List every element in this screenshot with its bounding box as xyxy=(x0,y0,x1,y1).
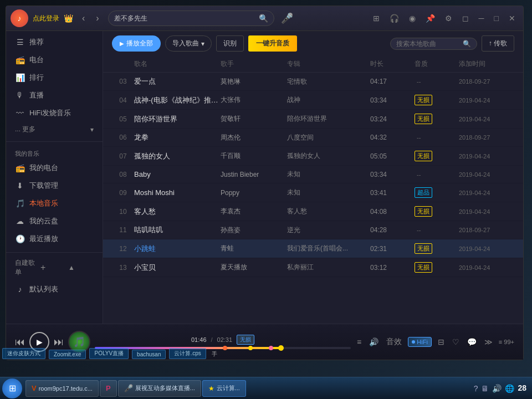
taskbar-item-room9[interactable]: V room9pc17.tedu.c... xyxy=(25,380,99,397)
table-row[interactable]: 04 战神-(电影《战神纪》推广... 大张伟 战神 03:34 无损 2019… xyxy=(103,91,523,110)
taskbar-clock[interactable]: 28 xyxy=(518,383,526,394)
more-options-button[interactable]: ≫ xyxy=(483,336,494,348)
song-duration: 04:17 xyxy=(370,78,415,85)
song-artist: 大张伟 xyxy=(221,95,287,105)
forward-button[interactable]: › xyxy=(91,11,103,25)
pin-icon[interactable]: 📌 xyxy=(422,13,438,24)
song-album: 战神 xyxy=(287,95,370,105)
upload-button[interactable]: ↑ 传歌 xyxy=(482,35,514,52)
sidebar-item-live[interactable]: 🎙 直播 xyxy=(6,86,103,104)
table-row[interactable]: 11 咕叽咕叽 孙燕姿 逆光 04:28 -- 2018-09-27 xyxy=(103,221,523,239)
tray-question-icon[interactable]: ? xyxy=(474,384,478,393)
table-row[interactable]: 07 孤独的女人 千百顺 孤独的女人 05:05 无损 2019-04-24 xyxy=(103,147,523,166)
song-artist: 莫艳琳 xyxy=(221,77,287,86)
upgrade-button[interactable]: 一键升音质 xyxy=(248,35,297,52)
song-duration: 03:24 xyxy=(370,115,415,123)
song-duration: 03:41 xyxy=(370,189,415,197)
playlist-header: 自建歌单 + ▲ xyxy=(6,255,103,280)
download-icon: ⬇ xyxy=(15,181,25,190)
minimize-button[interactable]: ─ xyxy=(475,13,488,24)
song-number: 12 xyxy=(112,245,134,253)
add-playlist-button[interactable]: + xyxy=(40,263,66,273)
sidebar-item-rank[interactable]: 📊 排行 xyxy=(6,69,103,86)
table-row[interactable]: 10 客人愁 李袁杰 客人愁 04:08 无损 2019-04-24 xyxy=(103,202,523,221)
upload-icon: ↑ xyxy=(489,39,492,47)
login-button[interactable]: 点此登录 xyxy=(33,14,59,23)
tray-sound-icon[interactable]: 🔊 xyxy=(492,384,502,393)
taskbar-item-p[interactable]: P xyxy=(100,380,117,397)
playlist-icon: ♪ xyxy=(15,285,25,294)
song-duration: 03:34 xyxy=(370,171,415,178)
tray-monitor-icon[interactable]: 🖥 xyxy=(481,384,489,393)
sidebar-item-more[interactable]: ... 更多 ▾ xyxy=(6,122,103,137)
equalizer-button[interactable]: ⊟ xyxy=(436,336,446,348)
table-row[interactable]: 06 龙拳 周杰伦 八度空间 04:32 -- 2018-09-27 xyxy=(103,129,523,147)
screen-icon[interactable]: ⊞ xyxy=(370,13,383,24)
sidebar-item-recommend[interactable]: ☰ 推荐 xyxy=(6,33,103,51)
search-input[interactable] xyxy=(114,14,259,22)
table-row[interactable]: 13 小宝贝 夏天播放 私奔丽江 03:12 无损 2019-04-24 xyxy=(103,258,523,277)
song-quality-cell: 无损 xyxy=(415,206,459,217)
sidebar-item-default-playlist[interactable]: ♪ 默认列表 xyxy=(6,280,103,298)
settings-icon[interactable]: ⚙ xyxy=(442,13,456,24)
sidebar-item-local-music[interactable]: 🎵 本地音乐 xyxy=(6,195,103,212)
sidebar-item-recent[interactable]: 🕐 最近播放 xyxy=(6,230,103,248)
upload-label: 传歌 xyxy=(494,39,507,47)
song-name: 小宝贝 xyxy=(134,263,221,273)
prev-button[interactable]: ⏮ xyxy=(15,336,25,348)
close-button[interactable]: ✕ xyxy=(505,13,519,24)
taskbar-item-broadcast[interactable]: 🎤 展视互动多媒体直播... xyxy=(118,380,201,397)
discord-icon[interactable]: ◉ xyxy=(406,13,419,24)
table-row[interactable]: 08 Baby Justin Bieber 未知 03:34 -- 2019-0… xyxy=(103,166,523,183)
desktop-item-zoomit[interactable]: Zoomit.exe xyxy=(49,350,86,359)
sidebar-item-cloud[interactable]: ☁ 我的云盘 xyxy=(6,212,103,230)
import-songs-button[interactable]: 导入歌曲 ▾ xyxy=(165,35,212,52)
desktop-item-cloud[interactable]: 云计算.cps xyxy=(169,348,206,359)
title-bar: ♪ 点此登录 👑 ‹ › 🔍 🎤 ⊞ 🎧 ◉ 📌 ⚙ ◻ ─ □ ✕ xyxy=(6,6,523,31)
song-date: 2018-09-27 xyxy=(459,78,514,85)
headphone-icon[interactable]: 🎧 xyxy=(386,13,402,24)
taskbar-item-music[interactable]: ★ 云计算... xyxy=(202,380,246,397)
playlist-toggle-button[interactable]: ≡ xyxy=(355,336,363,348)
song-artist: 孙燕姿 xyxy=(221,226,287,235)
effects-button[interactable]: 音效 xyxy=(385,335,403,349)
maximize-button[interactable]: □ xyxy=(491,13,502,24)
collapse-playlist-button[interactable]: ▲ xyxy=(68,264,94,272)
sidebar-item-radio[interactable]: 📻 电台 xyxy=(6,51,103,69)
start-button[interactable]: ⊞ xyxy=(2,378,22,398)
play-all-button[interactable]: ▶ 播放全部 xyxy=(112,35,161,52)
tray-network-icon[interactable]: 🌐 xyxy=(505,384,514,393)
table-row[interactable]: 03 爱一点 莫艳琳 宅情歌 04:17 -- 2018-09-27 xyxy=(103,73,523,91)
song-search-input[interactable] xyxy=(396,40,463,48)
volume-button[interactable]: 🔊 xyxy=(367,336,380,348)
desktop-item-skin[interactable]: 迷你皮肤方式 xyxy=(2,348,45,359)
sidebar-item-download[interactable]: ⬇ 下载管理 xyxy=(6,177,103,195)
taskbar-item-label-music: 云计算... xyxy=(217,384,240,392)
desktop-item-bachusan[interactable]: bachusan xyxy=(132,350,166,359)
comment-button[interactable]: 💬 xyxy=(466,336,478,348)
song-album: 陪你环游世界 xyxy=(287,114,370,124)
back-button[interactable]: ‹ xyxy=(78,11,89,25)
skin-icon[interactable]: ◻ xyxy=(459,13,472,24)
hifi-badge[interactable]: HiFi xyxy=(408,337,432,347)
recognize-button[interactable]: 识别 xyxy=(216,35,244,52)
table-row[interactable]: 05 陪你环游世界 贺敬轩 陪你环游世界 03:24 无损 2019-04-24 xyxy=(103,110,523,129)
favorite-button[interactable]: ♡ xyxy=(451,336,461,348)
windows-taskbar: ⊞ V room9pc17.tedu.c... P 🎤 展视互动多媒体直播...… xyxy=(0,377,532,399)
mic-button[interactable]: 🎤 xyxy=(281,12,293,24)
next-button[interactable]: ⏭ xyxy=(54,336,64,348)
play-all-icon: ▶ xyxy=(120,40,124,47)
song-number: 05 xyxy=(112,115,134,123)
sidebar-item-label: 我的云盘 xyxy=(29,216,58,226)
taskbar-item-label-broadcast: 展视互动多媒体直播... xyxy=(135,384,195,392)
song-name: 陪你环游世界 xyxy=(134,114,221,124)
song-search-icon[interactable]: 🔍 xyxy=(463,40,471,48)
song-date: 2018-09-27 xyxy=(459,227,514,233)
table-row[interactable]: 09 Moshi Moshi Poppy 未知 03:41 超品 2019-04… xyxy=(103,183,523,202)
cloud-icon: ☁ xyxy=(15,217,25,226)
table-row[interactable]: 12 小跳蛙 青蛙 我们爱音乐(首唱会... 02:31 无损 2019-04-… xyxy=(103,239,523,258)
sidebar-item-my-radio[interactable]: 📻 我的电台 xyxy=(6,159,103,177)
search-icon[interactable]: 🔍 xyxy=(259,14,268,23)
desktop-item-polyv[interactable]: POLYV直播 xyxy=(89,348,129,359)
sidebar-item-hifi[interactable]: 〰 HiFi发烧音乐 xyxy=(6,104,103,122)
